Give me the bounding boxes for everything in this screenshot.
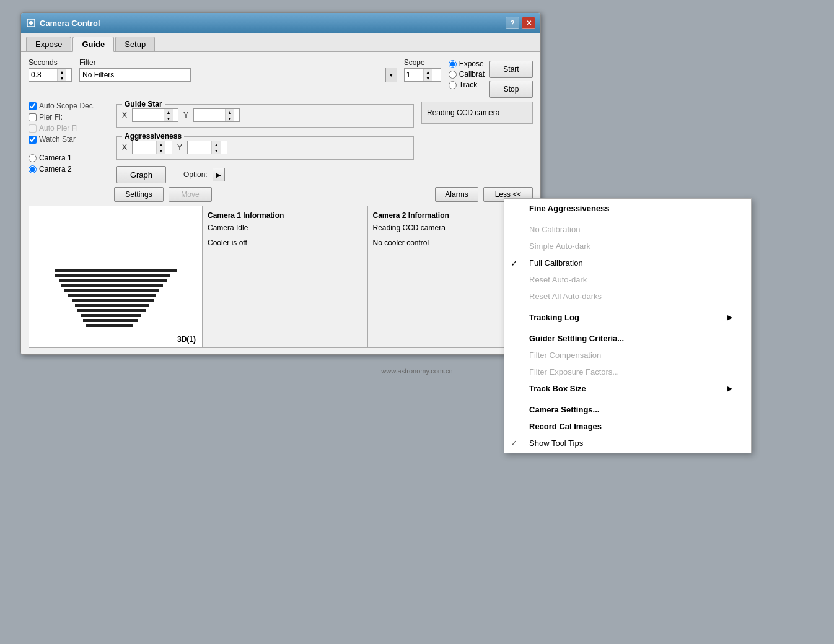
guide-star-group: Guide Star X 0.0 ▲ ▼ Y <box>116 104 414 128</box>
scope-label: Scope <box>404 58 441 67</box>
image-label: 3D(1) <box>177 335 196 344</box>
auto-pier-fl-check[interactable]: Auto Pier Fl <box>29 124 109 133</box>
cam1-cooler-status: Cooler is off <box>208 238 362 247</box>
agg-x-label: X <box>122 143 127 152</box>
camera1-radio[interactable]: Camera 1 <box>29 154 109 162</box>
help-button[interactable]: ? <box>506 17 519 29</box>
guide-y-label: Y <box>183 111 188 120</box>
menu-item-tracking-log[interactable]: Tracking Log ▶ <box>504 309 751 326</box>
guide-y-up[interactable]: ▲ <box>226 109 234 115</box>
scope-up[interactable]: ▲ <box>424 69 432 75</box>
calibrat-radio[interactable]: Calibrat <box>449 70 485 79</box>
start-button[interactable]: Start <box>489 61 533 78</box>
tab-expose[interactable]: Expose <box>26 37 71 51</box>
window-title: Camera Control <box>40 19 100 28</box>
agg-y-label: Y <box>177 143 182 152</box>
agg-x-down[interactable]: ▼ <box>157 147 165 154</box>
menu-item-reset-auto-dark[interactable]: Reset Auto-dark <box>504 271 751 288</box>
tab-guide[interactable]: Guide <box>72 37 114 52</box>
scope-down[interactable]: ▼ <box>424 75 432 81</box>
context-menu: Fine Aggressiveness No Calibration Simpl… <box>504 198 752 453</box>
status-area: Reading CCD camera <box>421 102 533 124</box>
options-label: Option: <box>183 170 208 179</box>
menu-item-track-box-size[interactable]: Track Box Size ▶ <box>504 380 751 397</box>
menu-item-filter-exposure-factors[interactable]: Filter Exposure Factors... <box>504 363 751 380</box>
menu-item-simple-auto-dark[interactable]: Simple Auto-dark <box>504 238 751 255</box>
cam1-info-title: Camera 1 Information <box>208 211 362 220</box>
seconds-label: Seconds <box>29 58 72 67</box>
guide-y-input[interactable]: 0.0 ▲ ▼ <box>193 108 240 122</box>
settings-button[interactable]: Settings <box>114 187 164 202</box>
tab-bar: Expose Guide Setup <box>21 33 540 52</box>
track-box-size-arrow-icon: ▶ <box>727 385 732 392</box>
pier-fl-check[interactable]: Pier Fl: <box>29 113 109 121</box>
menu-item-record-cal-images[interactable]: Record Cal Images <box>504 418 751 435</box>
app-icon <box>26 18 36 28</box>
options-arrow-button[interactable]: ▶ <box>213 168 225 181</box>
agg-x-input[interactable]: 8 ▲ ▼ <box>132 141 172 154</box>
dropdown-arrow-icon: ▼ <box>385 68 397 82</box>
agg-x-up[interactable]: ▲ <box>157 141 165 147</box>
menu-separator-3 <box>504 328 751 328</box>
graph-button[interactable]: Graph <box>116 166 166 183</box>
camera1-info-panel: Camera 1 Information Camera Idle Cooler … <box>203 206 368 347</box>
menu-item-no-calibration[interactable]: No Calibration <box>504 221 751 238</box>
stop-button[interactable]: Stop <box>489 80 533 98</box>
guide-star-title: Guide Star <box>122 100 165 108</box>
content-area: Seconds 0.8 ▲ ▼ Filter No Filters <box>21 52 540 354</box>
guide-x-input[interactable]: 0.0 ▲ ▼ <box>132 108 178 122</box>
aggressiveness-title: Aggressiveness <box>122 132 184 141</box>
mode-radio-group: Expose Calibrat Track <box>449 59 485 89</box>
menu-separator-2 <box>504 307 751 307</box>
guide-x-label: X <box>122 111 127 120</box>
title-bar: Camera Control ? ✕ <box>21 13 540 33</box>
seconds-value[interactable]: 0.8 <box>29 71 57 79</box>
menu-item-show-tool-tips[interactable]: ✓ Show Tool Tips <box>504 435 751 451</box>
track-radio[interactable]: Track <box>449 80 485 89</box>
seconds-up[interactable]: ▲ <box>58 69 66 75</box>
seconds-input[interactable]: 0.8 ▲ ▼ <box>29 68 72 82</box>
filter-label: Filter <box>79 58 397 67</box>
tracking-log-arrow-icon: ▶ <box>727 314 732 321</box>
close-button[interactable]: ✕ <box>522 17 535 29</box>
show-tool-tips-checkmark: ✓ <box>511 438 517 448</box>
menu-item-guider-settling[interactable]: Guider Settling Criteria... <box>504 330 751 347</box>
menu-item-filter-compensation[interactable]: Filter Compensation <box>504 347 751 363</box>
scan-lines <box>48 269 183 329</box>
expose-radio[interactable]: Expose <box>449 59 485 68</box>
footer-url: www.astronomy.com.cn <box>381 367 452 375</box>
agg-y-up[interactable]: ▲ <box>212 141 221 147</box>
menu-item-full-calibration[interactable]: ✓ Full Calibration <box>504 255 751 271</box>
cam1-idle-status: Camera Idle <box>208 224 362 232</box>
menu-item-fine-aggressiveness[interactable]: Fine Aggressiveness <box>504 200 751 217</box>
agg-y-down[interactable]: ▼ <box>212 147 221 154</box>
agg-y-input[interactable]: 8 ▲ ▼ <box>187 141 227 154</box>
tab-setup[interactable]: Setup <box>115 37 155 51</box>
full-calibration-checkmark: ✓ <box>511 258 518 268</box>
move-button[interactable]: Move <box>169 187 212 202</box>
aggressiveness-group: Aggressiveness X 8 ▲ ▼ Y <box>116 136 414 160</box>
menu-item-camera-settings[interactable]: Camera Settings... <box>504 401 751 418</box>
camera-control-window: Camera Control ? ✕ Expose Guide Setup Se… <box>20 12 541 355</box>
guide-y-down[interactable]: ▼ <box>226 115 234 121</box>
guide-x-up[interactable]: ▲ <box>164 109 173 115</box>
scope-input[interactable]: 1 ▲ ▼ <box>404 68 441 82</box>
status-text: Reading CCD camera <box>427 108 499 117</box>
watch-star-check[interactable]: Watch Star <box>29 135 109 144</box>
alarms-button[interactable]: Alarms <box>435 187 478 202</box>
filter-dropdown[interactable]: No Filters <box>79 68 191 82</box>
guide-x-down[interactable]: ▼ <box>164 115 173 121</box>
camera2-radio[interactable]: Camera 2 <box>29 165 109 173</box>
seconds-down[interactable]: ▼ <box>58 75 66 81</box>
bottom-section: 3D(1) Camera 1 Information Camera Idle C… <box>29 206 533 348</box>
menu-item-reset-all-auto-darks[interactable]: Reset All Auto-darks <box>504 288 751 305</box>
scope-value[interactable]: 1 <box>405 71 423 79</box>
auto-scope-dec-check[interactable]: Auto Scope Dec. <box>29 102 109 110</box>
svg-point-1 <box>29 21 33 25</box>
menu-separator-1 <box>504 219 751 219</box>
menu-separator-4 <box>504 399 751 399</box>
image-preview: 3D(1) <box>29 206 203 347</box>
